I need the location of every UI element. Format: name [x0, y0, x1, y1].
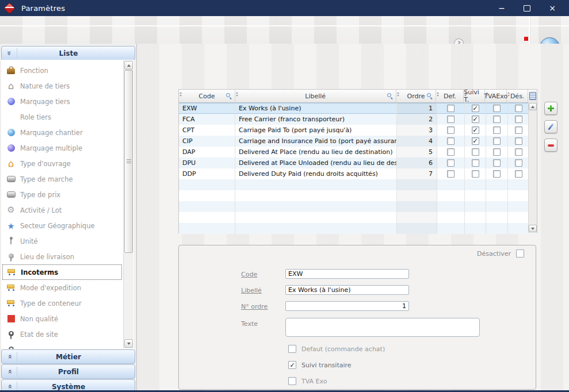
sidebar-item-role-tiers[interactable]: Role tiers [2, 109, 122, 125]
sidebar-section-profil[interactable]: » Profil [1, 364, 135, 379]
chevron-cell[interactable]: » [2, 48, 17, 58]
chevron-cell[interactable]: » [2, 352, 17, 362]
tva-checkbox[interactable] [493, 148, 501, 156]
minimize-button[interactable]: − [493, 2, 510, 14]
sidebar-item-secteur-g-ographique[interactable]: ★Secteur Géographique [2, 218, 122, 233]
sidebar-item-lieu-de-livraison[interactable]: Lieu de livraison [2, 249, 122, 264]
def-checkbox[interactable] [447, 126, 455, 134]
libelle-field[interactable] [285, 285, 409, 295]
search-icon[interactable] [387, 93, 394, 99]
chevron-cell[interactable]: » [2, 367, 17, 376]
scroll-down-button[interactable] [124, 339, 133, 348]
column-header-def[interactable]: Def. [436, 90, 464, 102]
tva-checkbox[interactable] [493, 159, 501, 167]
suivi-checkbox[interactable]: ✓ [472, 126, 479, 134]
tva-checkbox[interactable] [493, 116, 501, 123]
search-icon[interactable] [426, 93, 433, 99]
close-button[interactable]: × [544, 2, 561, 14]
column-chooser-button[interactable] [528, 90, 537, 102]
table-row-exw[interactable]: EXWEx Works (à l'usine)1✓ [179, 103, 537, 114]
add-button[interactable] [544, 102, 557, 115]
sidebar-item-type-de-marche[interactable]: Type de marche [2, 171, 122, 187]
tva-checkbox[interactable] [493, 137, 501, 145]
sidebar-item-type-de-prix[interactable]: Type de prix [2, 187, 122, 202]
sidebar-item-label: Type de conteneur [20, 299, 82, 308]
edit-button[interactable] [544, 120, 557, 133]
scroll-thumb[interactable] [124, 70, 133, 253]
table-scrollbar[interactable] [528, 102, 537, 233]
double-chevron-up-icon: » [6, 369, 13, 374]
sidebar-item-type-de-conteneur[interactable]: Type de conteneur [2, 295, 122, 311]
des-checkbox[interactable] [515, 148, 522, 156]
des-checkbox[interactable] [515, 137, 522, 145]
cell-suivi [465, 212, 486, 223]
column-label: Ordre [407, 93, 425, 100]
sidebar-item-nature-de-tiers[interactable]: ⌂Nature de tiers [2, 78, 122, 94]
sidebar-item-activit-lot[interactable]: ⚙Activité / Lot [2, 202, 122, 218]
des-checkbox[interactable] [515, 116, 522, 123]
suivi-checkbox[interactable] [472, 159, 479, 167]
search-icon[interactable] [226, 93, 232, 99]
ordre-field[interactable] [285, 301, 409, 311]
texte-field[interactable] [285, 318, 480, 337]
des-checkbox[interactable] [515, 105, 522, 112]
column-header-code[interactable]: Code [179, 90, 235, 102]
tva-checkbox[interactable] [493, 126, 501, 134]
delete-button[interactable] [544, 139, 557, 152]
column-header-ordre[interactable]: Ordre [396, 90, 437, 102]
sidebar-item-marquage-chantier[interactable]: Marquage chantier [2, 125, 122, 140]
sidebar-item-marquage-tiers[interactable]: Marquage tiers [2, 94, 122, 109]
sidebar-item-mode-d-expedition[interactable]: Mode d'expedition [2, 280, 122, 295]
sidebar-item[interactable] [2, 342, 122, 349]
maximize-button[interactable] [518, 2, 536, 14]
des-checkbox[interactable] [515, 170, 522, 178]
sidebar-scrollbar[interactable] [123, 60, 133, 348]
sidebar-section-liste[interactable]: » Liste [1, 46, 135, 60]
suivi-checkbox[interactable] [472, 148, 479, 156]
def-checkbox[interactable] [447, 116, 455, 123]
suivi-checkbox[interactable]: ✓ [472, 137, 479, 145]
suivi-checkbox[interactable]: ✓ [472, 105, 479, 112]
tva-checkbox[interactable] [493, 105, 501, 112]
suivi-checkbox[interactable]: ✓ [472, 116, 479, 123]
column-header-libell[interactable]: Libellé [235, 90, 396, 102]
suivi-transitaire-checkbox[interactable]: ✓ [288, 361, 296, 369]
table-row-ddp[interactable]: DDPDelivered Duty Paid (rendu droits acq… [179, 168, 537, 179]
code-field[interactable] [285, 269, 409, 279]
cell-tva [486, 147, 508, 157]
column-header-suivit[interactable]: Suivi T. [464, 90, 485, 102]
tva-checkbox[interactable] [493, 170, 501, 178]
column-header-tvaexo[interactable]: TVAExo [485, 90, 507, 102]
table-scroll-down-button[interactable] [529, 225, 537, 232]
table-row-dpu[interactable]: DPUDelivered at Place Unloaded (rendu au… [179, 157, 537, 168]
detail-form-panel: Désactiver Code Libellé N° ordre Texte D… [178, 245, 536, 390]
suivi-checkbox[interactable] [472, 170, 479, 178]
column-header-ds[interactable]: Dés. [507, 90, 528, 102]
def-checkbox[interactable] [447, 159, 455, 167]
table-row-fca[interactable]: FCAFree Carrier (franco transporteur)2✓ [179, 114, 537, 125]
des-checkbox[interactable] [515, 126, 522, 134]
table-row-dap[interactable]: DAPDelivered At Place (rendu au lieu de … [179, 147, 537, 157]
scroll-up-button[interactable] [124, 61, 133, 70]
table-row-cip[interactable]: CIPCarriage and Insurance Paid to (port … [179, 136, 537, 147]
sidebar-item-fonction[interactable]: Fonction [2, 63, 122, 78]
cell-ordre [397, 201, 437, 212]
des-checkbox[interactable] [515, 159, 522, 167]
sidebar-item-unit-[interactable]: Unité [2, 233, 122, 249]
def-checkbox[interactable] [447, 137, 455, 145]
def-checkbox[interactable] [447, 170, 455, 178]
tva-exo-checkbox[interactable] [288, 377, 296, 385]
sidebar-section-metier[interactable]: » Métier [1, 349, 135, 364]
sidebar-item-non-qualit-[interactable]: Non qualité [2, 311, 122, 326]
cell-code: CPT [179, 125, 235, 136]
defaut-checkbox[interactable] [288, 345, 296, 353]
table-scroll-up-button[interactable] [529, 103, 537, 110]
desactiver-checkbox[interactable] [516, 249, 524, 258]
table-row-cpt[interactable]: CPTCarriage Paid To (port payé jusqu'à)3… [179, 125, 537, 136]
sidebar-item-incoterms[interactable]: Incoterms [2, 264, 122, 280]
sidebar-item-type-d-ouvrage[interactable]: ⌂Type d'ouvrage [2, 156, 122, 171]
def-checkbox[interactable] [447, 148, 455, 156]
sidebar-item-marquage-multiple[interactable]: Marquage multiple [2, 140, 122, 156]
sidebar-item-etat-de-site[interactable]: Etat de site [2, 326, 122, 342]
def-checkbox[interactable] [447, 105, 455, 112]
